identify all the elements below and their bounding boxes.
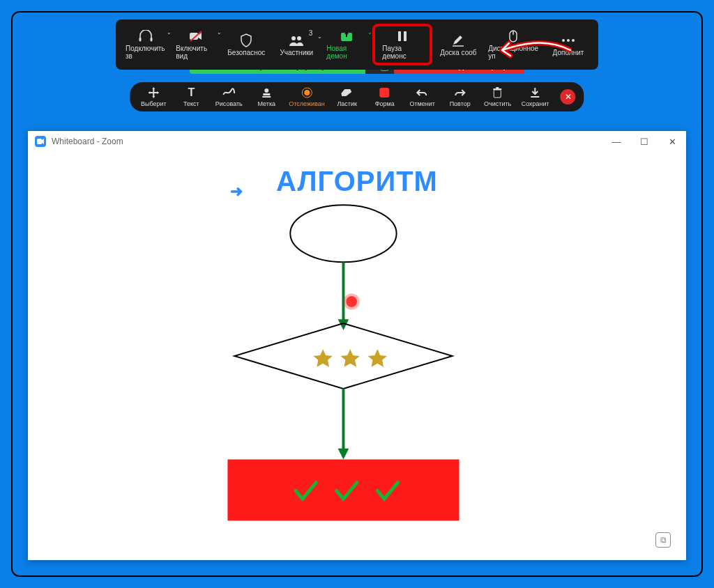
window-title: Whiteboard - Zoom [52, 137, 123, 146]
svg-rect-8 [404, 31, 407, 41]
minimize-button[interactable]: — [609, 137, 623, 147]
maximize-button[interactable]: ☐ [637, 137, 651, 147]
whiteboard-canvas[interactable]: ➜ АЛГОРИТМ [28, 152, 686, 560]
caret-icon[interactable]: ⌄ [167, 29, 172, 36]
save-tool[interactable]: Сохранит [520, 86, 551, 107]
people-icon [289, 33, 304, 47]
participants-label: Участники [280, 49, 313, 56]
close-icon: ✕ [565, 92, 572, 102]
video-label: Включить вид [176, 45, 216, 60]
svg-rect-7 [398, 31, 401, 41]
svg-rect-21 [494, 90, 501, 98]
stamp-icon [261, 86, 272, 99]
svg-rect-17 [262, 96, 271, 98]
callout-arrow-icon [488, 38, 572, 63]
whiteboard-window: Whiteboard - Zoom — ☐ ✕ ➜ АЛГОРИТМ [28, 131, 686, 560]
app-frame: ⌄ Подключить зв ⌄ Включить вид Безопасно… [11, 11, 703, 577]
select-tool[interactable]: Выберит [138, 86, 169, 107]
svg-point-4 [291, 36, 296, 40]
text-tool[interactable]: T Текст [176, 86, 206, 107]
pause-label: Пауза демонс [382, 45, 423, 60]
headphones-icon [138, 29, 153, 43]
copy-canvas-button[interactable]: ⧉ [655, 532, 671, 548]
pencil-icon [451, 33, 465, 47]
window-titlebar[interactable]: Whiteboard - Zoom — ☐ ✕ [28, 131, 686, 152]
caret-icon[interactable]: ⌄ [217, 29, 222, 36]
svg-rect-24 [37, 139, 42, 144]
flowchart-process-rect [227, 459, 459, 520]
text-icon: T [188, 86, 195, 99]
spotlight-tool[interactable]: Отслеживан [289, 86, 324, 107]
trash-icon [493, 86, 503, 99]
move-icon [148, 86, 159, 99]
svg-rect-16 [263, 93, 270, 95]
shield-icon [240, 33, 252, 47]
svg-rect-22 [494, 88, 502, 90]
flowchart-start-ellipse [290, 205, 396, 262]
zoom-logo-icon [35, 136, 46, 147]
close-window-button[interactable]: ✕ [665, 137, 679, 147]
scribble-icon [222, 86, 235, 99]
close-annotation-button[interactable]: ✕ [561, 89, 576, 105]
redo-icon [454, 86, 466, 99]
participants-count: 3 [309, 29, 313, 37]
participants-button[interactable]: 3 ⌄ Участники [272, 31, 321, 59]
eraser-tool[interactable]: Ластик [332, 86, 363, 107]
undo-icon [416, 86, 429, 99]
svg-marker-27 [338, 449, 349, 460]
annotate-button[interactable]: Доска сооб [434, 31, 483, 59]
svg-point-5 [297, 36, 301, 40]
format-tool[interactable]: Форма [370, 86, 400, 107]
copy-icon: ⧉ [660, 535, 667, 545]
video-off-icon [188, 29, 204, 43]
new-share-button[interactable]: ⌄ Новая демон [322, 26, 371, 63]
security-label: Безопаснос [227, 49, 265, 56]
color-square-icon [379, 86, 390, 99]
pause-highlight: Пауза демонс [372, 24, 432, 65]
share-icon [340, 29, 354, 43]
draw-tool[interactable]: Рисовать [213, 86, 244, 107]
new-share-label: Новая демон [326, 45, 367, 60]
svg-rect-1 [151, 38, 153, 42]
undo-tool[interactable]: Отменит [407, 86, 438, 107]
annotate-label: Доска сооб [440, 49, 476, 56]
clear-tool[interactable]: Очистить [483, 86, 513, 107]
annotation-toolbar: Выберит T Текст Рисовать Метка Отслежива… [130, 82, 584, 111]
audio-button[interactable]: ⌄ Подключить зв [121, 26, 170, 63]
eraser-icon [341, 86, 354, 99]
stamp-tool[interactable]: Метка [251, 86, 282, 107]
svg-point-14 [572, 39, 575, 42]
star-group [313, 349, 386, 366]
svg-rect-20 [380, 88, 390, 98]
security-button[interactable]: Безопаснос [222, 31, 271, 59]
svg-point-26 [343, 293, 359, 309]
pause-icon [397, 29, 408, 43]
caret-icon[interactable]: ⌄ [317, 33, 322, 40]
svg-point-15 [264, 88, 268, 93]
pause-share-button[interactable]: Пауза демонс [378, 26, 427, 63]
svg-rect-23 [496, 87, 499, 88]
audio-label: Подключить зв [126, 45, 166, 60]
spotlight-icon [301, 86, 312, 99]
redo-tool[interactable]: Повтор [445, 86, 476, 107]
svg-point-18 [304, 90, 310, 95]
download-icon [530, 86, 541, 99]
svg-rect-0 [139, 38, 142, 42]
window-controls: — ☐ ✕ [609, 137, 679, 147]
caret-icon[interactable]: ⌄ [367, 29, 372, 36]
video-button[interactable]: ⌄ Включить вид [172, 26, 220, 63]
flowchart-svg [28, 152, 686, 560]
